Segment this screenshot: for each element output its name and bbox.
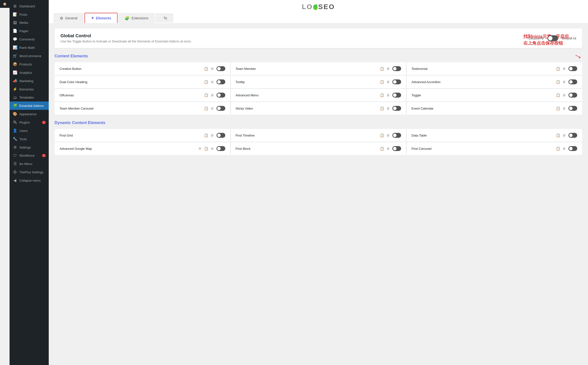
element-toggle[interactable] [392, 66, 401, 71]
sidebar-item-dashboard[interactable]: ⊞ Dashboard [10, 2, 49, 10]
element-name: Team Member [236, 67, 256, 71]
monitor-icon[interactable]: 🖥 [563, 80, 566, 84]
doc-icon[interactable]: 📋 [204, 93, 208, 97]
global-control-card: Global Control Use the Toggle Button to … [55, 28, 582, 48]
sidebar-item-products[interactable]: 📦 Products [10, 60, 49, 68]
monitor-icon[interactable]: 🖥 [211, 80, 214, 84]
monitor-icon[interactable]: 🖥 [211, 93, 214, 97]
monitor-icon[interactable]: 🖥 [563, 67, 566, 71]
element-toggle[interactable] [392, 146, 401, 151]
sidebar-item-analytics[interactable]: 📈 Analytics [10, 68, 49, 77]
sidebar-icon-templates: 🗂 [12, 95, 17, 100]
sidebar-label-plugins: Plugins [19, 121, 30, 124]
sidebar-item-comments[interactable]: 💬 Comments [10, 35, 49, 43]
doc-icon[interactable]: 📋 [556, 67, 560, 71]
sidebar-item-marketing[interactable]: 📣 Marketing [10, 77, 49, 85]
sidebar-label-appearance: Appearance [19, 112, 36, 116]
sidebar-icon-elementor: ⚡ [12, 87, 17, 91]
tab-to[interactable]: To [156, 13, 173, 23]
sidebar-item-essentialaddons[interactable]: 🧩 Essential Addons [10, 101, 49, 110]
monitor-icon[interactable]: 🖥 [211, 67, 214, 71]
sidebar-item-media[interactable]: 🖼 Media [10, 19, 49, 27]
doc-icon[interactable]: 📋 [556, 80, 560, 84]
element-toggle[interactable] [216, 79, 225, 84]
logo-leaf [313, 4, 318, 11]
element-toggle[interactable] [392, 106, 401, 111]
gear-icon[interactable]: ⚙ [198, 147, 202, 151]
doc-icon[interactable]: 📋 [204, 147, 208, 151]
element-name: Advanced Accordion [411, 80, 441, 84]
monitor-icon[interactable]: 🖥 [563, 147, 566, 151]
element-toggle[interactable] [216, 146, 225, 151]
monitor-icon[interactable]: 🖥 [563, 133, 566, 137]
doc-icon[interactable]: 📋 [204, 80, 208, 84]
doc-icon[interactable]: 📋 [380, 133, 384, 137]
element-item-tooltip: Tooltip 📋 🖥 [231, 76, 406, 88]
doc-icon[interactable]: 📋 [380, 67, 384, 71]
sidebar-item-tools[interactable]: 🔧 Tools [10, 135, 49, 143]
monitor-icon[interactable]: 🖥 [386, 93, 390, 97]
monitor-icon[interactable]: 🖥 [386, 133, 390, 137]
element-toggle[interactable] [216, 66, 225, 71]
element-toggle[interactable] [568, 79, 577, 84]
element-item-team-member-carousel: Team Member Carousel 📋 🖥 [55, 102, 230, 115]
sidebar-item-settings[interactable]: ⚙ Settings [10, 143, 49, 151]
element-name: Advanced Menu [236, 93, 259, 97]
sidebar-item-theplus[interactable]: ➕ ThePlus Settings [10, 168, 49, 176]
doc-icon[interactable]: 📋 [380, 106, 384, 110]
sidebar-item-woocommerce[interactable]: 🛒 WooCommerce [10, 52, 49, 60]
monitor-icon[interactable]: 🖥 [563, 93, 566, 97]
sidebar-item-iksmenu[interactable]: ☰ Iks Menu [10, 160, 49, 168]
element-toggle[interactable] [216, 133, 225, 138]
tab-extensions[interactable]: 🧩 Extensions [119, 13, 154, 23]
element-toggle[interactable] [392, 79, 401, 84]
monitor-icon[interactable]: 🖥 [386, 106, 390, 110]
monitor-icon[interactable]: 🖥 [211, 147, 214, 151]
monitor-icon[interactable]: 🖥 [211, 106, 214, 110]
sidebar-item-wordfence[interactable]: 🛡 Wordfence 1 [10, 151, 49, 160]
monitor-icon[interactable]: 🖥 [386, 80, 390, 84]
doc-icon[interactable]: 📋 [556, 133, 560, 137]
section-heading-dynamic-content-elements: Dynamic Content Elements [55, 121, 582, 125]
element-toggle[interactable] [568, 146, 577, 151]
sidebar-item-plugins[interactable]: 🔌 Plugins 1 [10, 118, 49, 126]
element-toggle[interactable] [568, 93, 577, 98]
element-toggle[interactable] [568, 66, 577, 71]
doc-icon[interactable]: 📋 [204, 106, 208, 110]
sidebar-item-pages[interactable]: 📄 Pages [10, 27, 49, 35]
doc-icon[interactable]: 📋 [556, 147, 560, 151]
sections-container: Content Elements Creative Button 📋 🖥 Tea… [55, 54, 582, 155]
doc-icon[interactable]: 📋 [380, 80, 384, 84]
sidebar-item-rankmath[interactable]: 📊 Rank Math [10, 43, 49, 52]
element-toggle[interactable] [392, 133, 401, 138]
element-item-creative-button: Creative Button 📋 🖥 [55, 62, 230, 75]
sidebar-item-elementor[interactable]: ⚡ Elementor [10, 85, 49, 93]
element-name: Event Calendar [411, 107, 433, 110]
tab-elements[interactable]: ✦ Elements [84, 13, 118, 23]
doc-icon[interactable]: 📋 [380, 147, 384, 151]
monitor-icon[interactable]: 🖥 [563, 106, 566, 110]
doc-icon[interactable]: 📋 [556, 106, 560, 110]
doc-icon[interactable]: 📋 [380, 93, 384, 97]
doc-icon[interactable]: 📋 [204, 67, 208, 71]
tab-general[interactable]: ⚙ General [54, 13, 84, 23]
element-toggle[interactable] [568, 106, 577, 111]
sidebar-label-templates: Templates [19, 96, 34, 99]
monitor-icon[interactable]: 🖥 [386, 147, 390, 151]
element-item-team-member: Team Member 📋 🖥 [231, 62, 406, 75]
doc-icon[interactable]: 📋 [204, 133, 208, 137]
global-toggle[interactable] [547, 35, 558, 41]
sidebar-item-appearance[interactable]: 🎨 Appearance [10, 110, 49, 118]
doc-icon[interactable]: 📋 [556, 93, 560, 97]
monitor-icon[interactable]: 🖥 [211, 133, 214, 137]
monitor-icon[interactable]: 🖥 [386, 67, 390, 71]
element-toggle[interactable] [568, 133, 577, 138]
sidebar-item-collapse[interactable]: ◀ Collapse menu [10, 176, 49, 185]
element-toggle[interactable] [216, 93, 225, 98]
sidebar-item-templates[interactable]: 🗂 Templates [10, 93, 49, 101]
element-toggle[interactable] [392, 93, 401, 98]
element-toggle[interactable] [216, 106, 225, 111]
sidebar-item-users[interactable]: 👤 Users [10, 126, 49, 135]
element-controls: ⚙ 📋 🖥 [198, 146, 225, 151]
sidebar-item-posts[interactable]: 📝 Posts [10, 10, 49, 19]
